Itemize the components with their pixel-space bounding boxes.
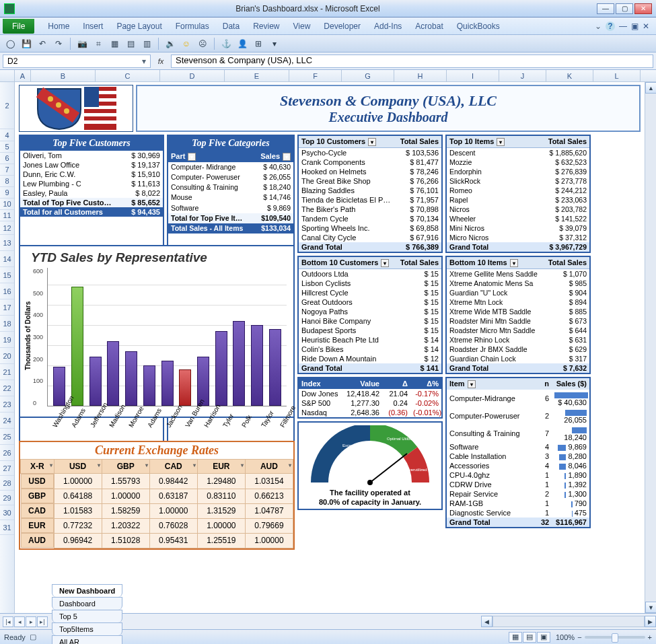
scroll-up-icon[interactable]: ▲	[645, 82, 656, 94]
doc-minimize-icon[interactable]: —	[619, 22, 627, 31]
row-header[interactable]: 8	[0, 176, 14, 187]
row-header[interactable]: 7	[0, 164, 14, 176]
row-header[interactable]: 16	[0, 283, 14, 299]
sheet-tab[interactable]: Dashboard	[52, 597, 122, 610]
customize-icon[interactable]: ▾	[268, 38, 281, 50]
panel-title[interactable]: Bottom 10 Items▾	[447, 257, 544, 269]
xr-column-header[interactable]: X-R▾	[21, 460, 54, 474]
xr-column-header[interactable]: AUD▾	[245, 460, 293, 474]
filter-icon[interactable]: ▾	[381, 259, 389, 267]
col-header[interactable]: C	[96, 70, 160, 81]
column-header[interactable]: Total Sales	[534, 136, 589, 147]
col-header[interactable]: J	[499, 70, 546, 81]
redo-icon[interactable]: ↷	[52, 38, 65, 50]
row-header[interactable]: 12	[0, 221, 14, 235]
column-header[interactable]: Sales ($)	[552, 378, 589, 390]
macro-record-icon[interactable]: ▢	[30, 633, 36, 641]
row-header[interactable]: 30	[0, 505, 14, 520]
worksheet-area[interactable]: Stevenson & Company (USA), LLC Executive…	[15, 82, 645, 613]
scroll-right-icon[interactable]: ▶	[645, 616, 656, 627]
name-box-dropdown-icon[interactable]: ▾	[142, 57, 146, 66]
row-header[interactable]: 13	[0, 235, 14, 251]
col-header[interactable]: K	[546, 70, 593, 81]
ribbon-minimize-icon[interactable]: ⌄	[595, 22, 602, 31]
row-header[interactable]: 18	[0, 316, 14, 332]
column-header[interactable]: Δ%	[410, 378, 441, 389]
scroll-left-icon[interactable]: ◀	[481, 616, 493, 627]
filter-icon[interactable]: ▾	[510, 259, 518, 267]
zoom-in-icon[interactable]: +	[648, 633, 652, 641]
vertical-scrollbar[interactable]: ▲ ▼	[645, 82, 656, 613]
window-close-button[interactable]: ✕	[634, 3, 652, 14]
column-header[interactable]: Value	[342, 378, 382, 389]
scroll-track[interactable]	[493, 616, 645, 627]
xr-column-header[interactable]: EUR▾	[197, 460, 245, 474]
column-header[interactable]: Total Sales	[396, 257, 441, 269]
column-header[interactable]: Item▾	[447, 378, 538, 390]
sheet-tab[interactable]: New Dashboard	[52, 584, 122, 597]
row-header[interactable]: 31	[0, 520, 14, 535]
form-icon[interactable]: ▦	[108, 38, 120, 50]
tab-quickbooks[interactable]: QuickBooks	[450, 19, 507, 34]
xr-column-header[interactable]: GBP▾	[102, 460, 149, 474]
help-icon[interactable]: ?	[606, 22, 615, 31]
zoom-slider[interactable]	[585, 636, 645, 639]
sheet-tab[interactable]: All AR	[52, 635, 122, 645]
column-header[interactable]: n	[538, 378, 552, 390]
row-header[interactable]: 15	[0, 267, 14, 283]
tab-developer[interactable]: Developer	[317, 19, 367, 34]
sheet-tab[interactable]: Top 5	[52, 610, 122, 622]
row-header[interactable]: 24	[0, 413, 14, 429]
row-header[interactable]: 4	[0, 129, 14, 141]
window-maximize-button[interactable]: ▢	[616, 3, 633, 14]
row-header[interactable]: 9	[0, 187, 14, 199]
column-header[interactable]: Δ	[382, 378, 410, 389]
col-header[interactable]: F	[289, 70, 342, 81]
row-header[interactable]: 19	[0, 332, 14, 348]
panel-title[interactable]: Top 10 Items▾	[447, 136, 534, 147]
save-icon[interactable]: 💾	[20, 38, 32, 50]
tab-nav-first-icon[interactable]: |◂	[3, 616, 13, 627]
pivot-icon[interactable]: ▥	[141, 38, 153, 50]
person-icon[interactable]: 👤	[236, 38, 248, 50]
tab-nav-last-icon[interactable]: ▸|	[37, 616, 48, 627]
filter-icon[interactable]: ▾	[468, 380, 476, 388]
scroll-track[interactable]	[645, 94, 656, 602]
normal-view-icon[interactable]: ▦	[509, 632, 522, 643]
tab-insert[interactable]: Insert	[76, 19, 110, 34]
row-header[interactable]: 27	[0, 461, 14, 476]
row-header[interactable]: 14	[0, 251, 14, 267]
name-box[interactable]: D2 ▾	[3, 55, 151, 68]
col-header[interactable]: A	[15, 70, 31, 81]
formula-input[interactable]: Stevenson & Company (USA), LLC	[171, 55, 653, 68]
zoom-out-icon[interactable]: −	[577, 633, 581, 641]
scroll-down-icon[interactable]: ▼	[645, 602, 656, 613]
panel-title[interactable]: Top 10 Customers▾	[299, 136, 396, 147]
column-header[interactable]: Total Sales	[396, 136, 441, 147]
tab-formulas[interactable]: Formulas	[169, 19, 216, 34]
tab-home[interactable]: Home	[41, 19, 76, 34]
col-header[interactable]: D	[160, 70, 225, 81]
col-header[interactable]: I	[447, 70, 499, 81]
file-tab[interactable]: File	[3, 19, 34, 34]
xr-column-header[interactable]: CAD▾	[149, 460, 197, 474]
tab-view[interactable]: View	[287, 19, 318, 34]
col-header[interactable]: B	[31, 70, 96, 81]
page-layout-view-icon[interactable]: ▤	[523, 632, 536, 643]
doc-close-icon[interactable]: ✕	[643, 22, 649, 31]
horizontal-scrollbar[interactable]: ◀ ▶	[481, 616, 656, 627]
column-header[interactable]: Total Sales	[544, 257, 589, 269]
zoom-control[interactable]: 100% − +	[556, 633, 652, 641]
row-header[interactable]: 29	[0, 491, 14, 505]
filter-icon[interactable]: ▾	[368, 138, 376, 146]
window-minimize-button[interactable]: —	[597, 3, 614, 14]
camera-icon[interactable]: 📷	[76, 38, 88, 50]
column-header[interactable]: Index	[299, 378, 342, 389]
filter-icon[interactable]: ▾	[497, 138, 505, 146]
col-header[interactable]: H	[394, 70, 447, 81]
row-header[interactable]: 11	[0, 210, 14, 221]
undo-icon[interactable]: ↶	[36, 38, 48, 50]
tab-addins[interactable]: Add-Ins	[367, 19, 408, 34]
sheet-tab[interactable]: Top5Items	[52, 622, 122, 635]
filter-icon[interactable]: ▾	[283, 153, 291, 161]
